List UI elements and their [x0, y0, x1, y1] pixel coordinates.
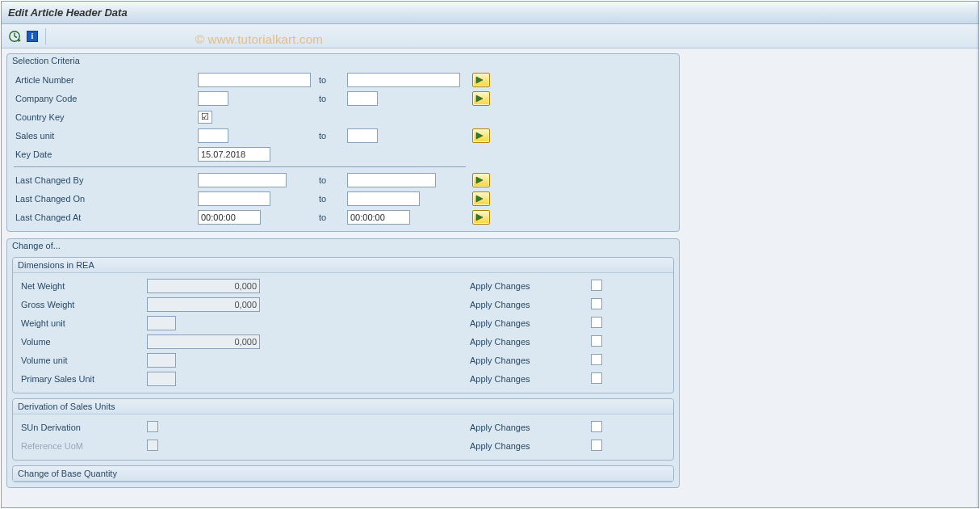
subgroup-title-dimensions: Dimensions in REA — [13, 258, 673, 273]
label-article-number: Article Number — [12, 75, 198, 85]
groupbox-title-selection: Selection Criteria — [7, 54, 679, 69]
multi-select-button[interactable] — [472, 73, 490, 87]
row-weight-unit: Weight unit Apply Changes — [18, 313, 668, 332]
app-window: Edit Article Header Data i © www.tutoria… — [1, 1, 979, 508]
label-key-date: Key Date — [12, 149, 198, 159]
subgroup-dimensions: Dimensions in REA Net Weight Apply Chang… — [12, 257, 674, 393]
groupbox-change-of: Change of... Dimensions in REA Net Weigh… — [6, 238, 680, 488]
title-bar: Edit Article Header Data — [2, 2, 978, 24]
row-country-key: Country Key ☑ — [12, 107, 674, 126]
company-code-from-input[interactable] — [198, 91, 228, 106]
divider — [14, 166, 466, 167]
key-date-input[interactable] — [198, 147, 270, 162]
page-title: Edit Article Header Data — [8, 6, 128, 19]
row-reference-uom: Reference UoM Apply Changes — [18, 436, 668, 455]
row-last-changed-on: Last Changed On to — [12, 189, 674, 208]
row-sales-unit: Sales unit to — [12, 126, 674, 145]
apply-label: Apply Changes — [470, 281, 591, 291]
net-weight-input[interactable] — [147, 279, 260, 293]
last-changed-by-to-input[interactable] — [347, 173, 436, 187]
row-primary-sales-unit: Primary Sales Unit Apply Changes — [18, 369, 668, 388]
to-label: to — [319, 75, 347, 85]
row-volume: Volume Apply Changes — [18, 332, 668, 351]
label-last-changed-by: Last Changed By — [12, 175, 198, 185]
row-volume-unit: Volume unit Apply Changes — [18, 351, 668, 369]
last-changed-on-to-input[interactable] — [347, 191, 420, 206]
groupbox-body-selection: Article Number to Company Code to Countr… — [7, 69, 679, 231]
info-button[interactable]: i — [24, 28, 40, 44]
apply-checkbox-net-weight[interactable] — [591, 280, 602, 291]
multi-select-button[interactable] — [472, 210, 490, 225]
last-changed-at-to-input[interactable] — [347, 210, 410, 225]
apply-label: Apply Changes — [470, 355, 591, 365]
label-company-code: Company Code — [12, 94, 198, 103]
row-article-number: Article Number to — [12, 70, 674, 89]
subgroup-base-quantity: Change of Base Quantity — [12, 465, 674, 482]
apply-label: Apply Changes — [470, 423, 591, 432]
multi-select-button[interactable] — [472, 91, 490, 106]
sun-derivation-checkbox[interactable] — [147, 421, 158, 432]
article-number-from-input[interactable] — [198, 73, 311, 87]
subgroup-title-base-quantity: Change of Base Quantity — [13, 466, 673, 482]
execute-icon[interactable] — [6, 28, 23, 44]
label-last-changed-at: Last Changed At — [12, 212, 198, 222]
volume-input[interactable] — [147, 334, 260, 349]
label-sun-derivation: SUn Derivation — [18, 423, 147, 432]
row-last-changed-by: Last Changed By to — [12, 170, 674, 189]
label-reference-uom: Reference UoM — [18, 441, 147, 451]
subgroup-derivation: Derivation of Sales Units SUn Derivation… — [12, 398, 674, 461]
to-label: to — [319, 175, 347, 185]
label-volume: Volume — [18, 337, 147, 347]
apply-checkbox-volume-unit[interactable] — [591, 354, 602, 365]
last-changed-by-from-input[interactable] — [198, 173, 287, 187]
apply-label: Apply Changes — [470, 441, 591, 451]
row-sun-derivation: SUn Derivation Apply Changes — [18, 418, 668, 436]
article-number-to-input[interactable] — [347, 73, 460, 87]
apply-checkbox-primary-sales-unit[interactable] — [591, 372, 602, 384]
apply-label: Apply Changes — [470, 337, 591, 347]
subgroup-title-derivation: Derivation of Sales Units — [13, 399, 673, 414]
row-net-weight: Net Weight Apply Changes — [18, 276, 668, 295]
apply-checkbox-weight-unit[interactable] — [591, 317, 602, 328]
reference-uom-checkbox — [147, 440, 158, 451]
country-key-checkbox[interactable]: ☑ — [198, 111, 212, 124]
volume-unit-input[interactable] — [147, 353, 176, 368]
label-volume-unit: Volume unit — [18, 355, 147, 365]
svg-marker-9 — [476, 214, 483, 221]
svg-marker-3 — [19, 39, 22, 42]
gross-weight-input[interactable] — [147, 297, 260, 312]
label-last-changed-on: Last Changed On — [12, 194, 198, 204]
label-gross-weight: Gross Weight — [18, 300, 147, 309]
toolbar: i — [2, 24, 978, 48]
label-sales-unit: Sales unit — [12, 131, 198, 141]
label-primary-sales-unit: Primary Sales Unit — [18, 374, 147, 384]
to-label: to — [319, 94, 347, 103]
multi-select-button[interactable] — [472, 191, 490, 206]
apply-checkbox-sun-derivation[interactable] — [591, 421, 602, 432]
row-last-changed-at: Last Changed At to — [12, 208, 674, 226]
last-changed-on-from-input[interactable] — [198, 191, 270, 206]
label-net-weight: Net Weight — [18, 281, 147, 291]
subgroup-body-dimensions: Net Weight Apply Changes Gross Weight Ap… — [13, 273, 673, 393]
apply-checkbox-volume[interactable] — [591, 335, 602, 347]
row-company-code: Company Code to — [12, 89, 674, 107]
multi-select-button[interactable] — [472, 128, 490, 143]
multi-select-button[interactable] — [472, 173, 490, 187]
apply-checkbox-reference-uom[interactable] — [591, 440, 602, 451]
primary-sales-unit-input[interactable] — [147, 372, 176, 386]
last-changed-at-from-input[interactable] — [198, 210, 261, 225]
svg-marker-4 — [476, 77, 483, 83]
label-weight-unit: Weight unit — [18, 318, 147, 328]
to-label: to — [319, 194, 347, 204]
weight-unit-input[interactable] — [147, 316, 176, 330]
groupbox-title-changeof: Change of... — [7, 239, 679, 254]
sales-unit-to-input[interactable] — [347, 128, 378, 143]
svg-marker-6 — [476, 133, 483, 139]
sales-unit-from-input[interactable] — [198, 128, 228, 143]
subgroup-body-derivation: SUn Derivation Apply Changes Reference U… — [13, 414, 673, 460]
clock-execute-icon — [8, 30, 21, 43]
svg-marker-8 — [476, 196, 483, 202]
info-icon: i — [27, 31, 38, 42]
apply-checkbox-gross-weight[interactable] — [591, 298, 602, 309]
company-code-to-input[interactable] — [347, 91, 378, 106]
